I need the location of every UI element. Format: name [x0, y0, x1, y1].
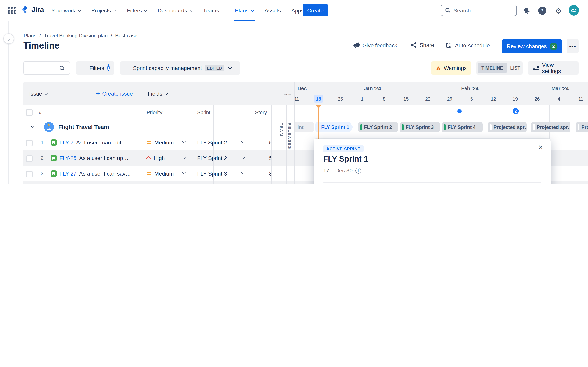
sprint-bar-label: FLY Sprint 3 — [406, 125, 434, 130]
column-priority: Priority — [147, 105, 162, 119]
releases-column-label: RELEASES — [287, 123, 292, 149]
create-issue-button[interactable]: + Create issue — [96, 82, 133, 105]
search-icon — [59, 65, 65, 71]
nav-item-assets[interactable]: Assets — [264, 0, 281, 21]
sprint-cell[interactable]: FLY Sprint 3 — [197, 181, 227, 184]
expand-sidebar-button[interactable] — [3, 33, 14, 44]
review-changes-button[interactable]: Review changes 2 — [502, 39, 562, 53]
priority-cell[interactable]: Medium — [147, 181, 174, 184]
sprint-bar-label: FLY Sprint 2 — [364, 125, 392, 130]
jira-logo[interactable]: Jira — [21, 5, 44, 14]
select-all-checkbox[interactable] — [26, 109, 33, 116]
chevron-down-icon[interactable] — [241, 140, 245, 143]
warnings-button[interactable]: Warnings — [431, 61, 471, 75]
close-icon[interactable]: × — [538, 143, 543, 151]
story-type-icon — [51, 170, 57, 177]
list-toggle[interactable]: LIST — [507, 63, 524, 73]
breadcrumb-item[interactable]: Plans — [24, 33, 36, 38]
row-checkbox[interactable] — [26, 140, 33, 146]
priority-cell[interactable]: Medium — [147, 166, 174, 181]
sprint-bar-label: Projected spr… — [537, 125, 571, 130]
chevron-down-icon[interactable] — [241, 155, 245, 159]
app-switcher-icon[interactable] — [8, 7, 16, 14]
share-icon — [411, 42, 417, 48]
row-number: 2 — [36, 155, 43, 161]
collapse-team-chevron[interactable] — [31, 124, 35, 128]
breadcrumb-item[interactable]: Travel Booking Division plan — [44, 33, 108, 38]
warnings-label: Warnings — [444, 65, 467, 71]
breadcrumb-item[interactable]: Best case — [115, 33, 138, 38]
active-sprint-badge: ACTIVE SPRINT — [323, 145, 363, 152]
sprint-bar-projected-spr…[interactable]: Projected spr… — [488, 122, 527, 133]
priority-label: Medium — [154, 139, 174, 146]
sprint-bar-proj[interactable]: Proj — [576, 122, 588, 133]
priority-cell[interactable]: Medium — [147, 135, 174, 150]
nav-item-plans[interactable]: Plans — [235, 0, 254, 21]
row-checkbox[interactable] — [26, 171, 33, 177]
collapse-fields-icon[interactable]: →← — [283, 82, 292, 105]
create-button[interactable]: Create — [303, 4, 328, 16]
plan-search-input[interactable] — [23, 61, 70, 75]
priority-label: Medium — [154, 170, 174, 177]
release-marker-group[interactable]: 2 — [512, 108, 519, 114]
issue-key-link[interactable]: FLY-7 — [60, 139, 73, 146]
chevron-down-icon[interactable] — [182, 171, 186, 175]
timeline-date-tick: 5 — [466, 96, 477, 102]
nav-item-dashboards[interactable]: Dashboards — [158, 0, 192, 21]
search-placeholder: Search — [453, 7, 471, 13]
review-changes-label: Review changes — [507, 43, 547, 49]
column-divider — [271, 105, 272, 184]
auto-schedule-button[interactable]: Auto-schedule — [446, 42, 490, 49]
sprint-bar-fly-sprint-2[interactable]: FLY Sprint 2 — [358, 122, 398, 133]
issue-key-link[interactable]: FLY-25 — [60, 155, 77, 161]
column-num: # — [39, 105, 42, 119]
sprint-cell[interactable]: FLY Sprint 2 — [197, 150, 227, 166]
issue-key-link[interactable]: FLY-27 — [60, 170, 77, 177]
sprint-bar-fly-sprint-3[interactable]: FLY Sprint 3 — [400, 122, 440, 133]
chevron-down-icon[interactable] — [182, 155, 186, 159]
sprint-bar-fly-sprint-1[interactable]: FLY Sprint 1 — [315, 122, 353, 133]
column-divider — [163, 82, 163, 184]
column-sprint: Sprint — [197, 105, 210, 119]
timeline-header: DecJan '24Feb '24Mar '241118251815222951… — [295, 82, 588, 105]
settings-gear-icon[interactable]: ⚙ — [554, 6, 563, 16]
release-marker[interactable] — [457, 109, 462, 113]
story-type-icon — [51, 155, 57, 161]
sprint-details-popup: ACTIVE SPRINT × FLY Sprint 1 17 – Dec 30… — [314, 139, 551, 184]
search-input[interactable]: Search — [441, 5, 517, 16]
nav-item-your-work[interactable]: Your work — [51, 0, 81, 21]
user-avatar[interactable]: CJ — [569, 5, 579, 16]
team-name: Flight Travel Team — [58, 124, 109, 130]
give-feedback-button[interactable]: Give feedback — [353, 42, 397, 49]
more-actions-button[interactable]: ••• — [567, 39, 579, 53]
sprint-title: FLY Sprint 1 — [323, 155, 368, 164]
help-icon[interactable]: ? — [538, 7, 546, 15]
sprint-bar-projected-spr…[interactable]: Projected spr… — [531, 122, 571, 133]
timeline-toggle[interactable]: TIMELINE — [478, 63, 507, 73]
chevron-down-icon[interactable] — [182, 140, 186, 143]
chevron-down-icon[interactable] — [241, 171, 245, 175]
nav-item-filters[interactable]: Filters — [127, 0, 147, 21]
column-divider — [214, 105, 214, 184]
priority-cell[interactable]: High — [147, 150, 165, 166]
sprint-bar-label: Projected spr… — [493, 125, 527, 130]
issue-column-dropdown[interactable]: Issue — [29, 82, 48, 105]
nav-item-label: Your work — [51, 7, 76, 14]
view-dropdown[interactable]: Sprint capacity management EDITED — [120, 61, 240, 75]
column-divider — [286, 105, 287, 184]
nav-item-teams[interactable]: Teams — [203, 0, 225, 21]
sprint-bar-int[interactable]: int — [295, 122, 314, 133]
row-checkbox[interactable] — [26, 155, 33, 162]
fields-dropdown[interactable]: Fields — [148, 82, 168, 105]
sprint-cell[interactable]: FLY Sprint 3 — [197, 166, 227, 181]
sprint-cell[interactable]: FLY Sprint 2 — [197, 135, 227, 150]
notifications-bell-icon[interactable] — [522, 6, 531, 16]
chevron-down-icon — [221, 8, 225, 12]
nav-item-projects[interactable]: Projects — [91, 0, 116, 21]
timeline-date-tick: 12 — [488, 96, 499, 102]
view-settings-button[interactable]: View settings — [528, 61, 579, 75]
share-button[interactable]: Share — [411, 42, 434, 48]
filters-button[interactable]: Filters 1 — [76, 61, 114, 75]
info-icon[interactable]: i — [355, 167, 361, 173]
sprint-bar-fly-sprint-4[interactable]: FLY Sprint 4 — [442, 122, 483, 133]
